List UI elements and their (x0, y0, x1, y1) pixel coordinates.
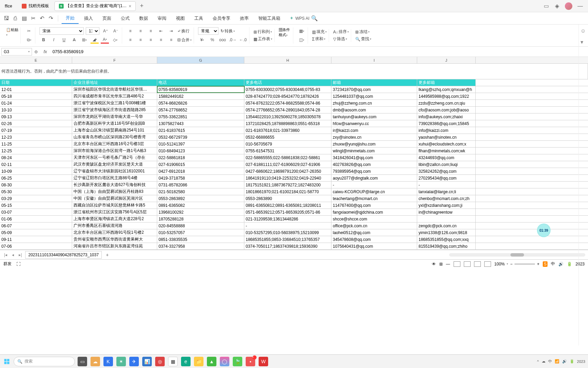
cell[interactable]: 0755-33622851 (157, 113, 244, 120)
scissors-icon[interactable]: ✂ (25, 27, 33, 35)
cell[interactable]: dmb@aosom.com (331, 107, 417, 113)
table-row[interactable]: 09-13深圳市龙岗区平湖街道华南大道一号华0755-3362285113544… (0, 113, 588, 120)
cell[interactable]: 05-30 (0, 188, 72, 195)
filter-button[interactable]: ▽ 筛选▾ (333, 36, 347, 42)
table-row[interactable]: 03-07浙江省杭州市滨江区滨安路756号A区5层139681002920571… (0, 209, 588, 216)
italic-icon[interactable]: I (50, 36, 58, 44)
table-row[interactable]: 05-18四川省成都市青羊区光华东三路486号215882449162028-8… (0, 93, 588, 100)
print-icon[interactable]: ⎙ (12, 15, 19, 22)
fill-button[interactable]: ▥ 填充▾ (312, 29, 327, 35)
tray-wifi-icon[interactable]: 📶 (555, 359, 559, 364)
cell[interactable]: 中国（上海）自由贸易试验区丹桂路83 (72, 188, 157, 195)
strike-icon[interactable]: A̶ (70, 36, 78, 44)
table-row[interactable]: 08-24天津市河东区一号桥毛条厂路2号（存在022-58861818022-5… (0, 154, 588, 161)
cell[interactable]: fangxiaomei@qjdchina.com (331, 209, 417, 215)
header-date[interactable]: 日期 (0, 79, 72, 86)
cell[interactable]: 武汉市黄陂区盘龙经济开发区楚天大道 (72, 161, 157, 168)
note-cell[interactable]: 何违法违规行为。否则，由此产生的一切后果由您自行承担。 (0, 64, 588, 79)
menu-page[interactable]: 页面 (98, 13, 115, 24)
cell[interactable]: libin@zallcn.com;liuqi (417, 161, 476, 168)
spreadsheet-grid[interactable]: E F G H I J 何违法违规行为。否则，由此产生的一切后果由您自行承担。 … (0, 57, 588, 250)
cell[interactable]: ir@kaizzi.com (331, 127, 417, 134)
cell[interactable]: 07-06 (0, 243, 72, 249)
cell[interactable]: 021-61837618;021-33973860 (244, 127, 331, 134)
cell[interactable]: 四川省成都市青羊区光华东三路486号2 (72, 93, 157, 99)
sheet-prev-icon[interactable]: ◂ (11, 252, 15, 257)
cell[interactable]: yimin1338@126.com;9818 (417, 229, 476, 236)
grid-icon[interactable]: ⊞ (439, 262, 443, 266)
border-icon[interactable]: ⊞▾ (80, 36, 88, 44)
table-row[interactable]: 03-29中国（安徽）自由贸易试验区芜湖片区0553-28638920553-2… (0, 195, 588, 202)
font-color-icon[interactable]: A▾ (101, 36, 109, 44)
table-row[interactable]: 10-09辽宁省盘锦市大洼镇新园社区161020010427-691201804… (0, 168, 588, 175)
cell[interactable]: aoyu2077@dingtalk.com (331, 175, 417, 181)
eye-icon[interactable]: 👁 (432, 262, 436, 266)
app-chart-icon[interactable]: 📊 (142, 357, 152, 366)
cell[interactable]: 0574-86826826 (157, 100, 244, 106)
cell[interactable]: 11-25 (0, 141, 72, 147)
app-doc-icon[interactable]: ▪• (246, 357, 255, 366)
view-page-icon[interactable] (464, 261, 471, 267)
table-row[interactable]: 06-07广州市番禺区石基镇清河路020-84558888-office@pck… (0, 223, 588, 229)
app-wechat-icon[interactable]: ✶ (116, 357, 126, 366)
cell[interactable]: 06-25 (0, 175, 72, 181)
menu-formula[interactable]: 公式 (117, 13, 134, 24)
tray-battery-icon[interactable]: 🔋 (570, 359, 574, 364)
cell[interactable]: 0532-66729739 (157, 134, 244, 140)
inc-decimal-icon[interactable]: .0→ (229, 36, 237, 44)
cell[interactable]: 01-06 (0, 216, 72, 222)
app-green-icon[interactable]: ▲ (207, 357, 216, 366)
cell[interactable]: info@aukeys.com;zhaixi (417, 113, 476, 120)
align-left-icon[interactable]: ≡ (126, 36, 134, 44)
table-row[interactable]: 12-01深圳市福田区华强北街道华航社区华强…0755-83580919✛075… (0, 86, 588, 93)
cell[interactable]: tanxialai@ilarge.cn;li (417, 188, 476, 195)
cell[interactable]: 0553-2863890 (244, 195, 331, 202)
header-more-email[interactable]: 更多邮箱 (417, 79, 476, 86)
menu-view[interactable]: 视图 (172, 13, 189, 24)
start-button[interactable] (3, 357, 11, 366)
table-row[interactable]: 06-25辽宁省辽阳市白塔区民主路86号4楼0419-3718758186419… (0, 175, 588, 182)
close-icon[interactable]: × (129, 3, 131, 9)
cell[interactable]: 0574-27768652 (157, 107, 244, 113)
cell[interactable]: in@chinagreentow (417, 209, 476, 215)
cell[interactable]: 09-11 (0, 236, 72, 243)
sum-button[interactable]: Σ 求和▾ (312, 36, 325, 42)
cell[interactable]: 03-07 (0, 209, 72, 215)
cell[interactable]: 027-61906015 (157, 161, 244, 168)
number-format-select[interactable]: 常规 (198, 27, 218, 35)
cell[interactable]: 辽宁省辽阳市白塔区民主路86号4楼 (72, 175, 157, 181)
minimize-icon[interactable]: — (577, 3, 583, 9)
header-email[interactable]: 邮箱 (331, 79, 417, 86)
cell[interactable]: tanhuiyun@aukeys.com (331, 113, 417, 120)
col-header-i[interactable]: I (331, 57, 417, 63)
percent-icon[interactable]: % (208, 36, 216, 44)
dash-icon[interactable]: — (446, 262, 450, 266)
wps-ai-button[interactable]: WPS AI (289, 16, 309, 21)
cell[interactable]: - (331, 182, 417, 188)
cond-format-button[interactable]: ▦条件格式▾ (279, 27, 291, 44)
app-k-icon[interactable]: K (103, 357, 113, 366)
align-bot-icon[interactable]: ≡ (147, 27, 155, 35)
col-header-e[interactable]: E (0, 57, 72, 63)
app-leaf-icon[interactable]: 🍃 (233, 357, 242, 366)
header-phone[interactable]: 电话 (157, 79, 244, 86)
cell-style-icon[interactable]: ◫▾ (297, 36, 306, 44)
table-row[interactable]: 05-30中国（上海）自由贸易试验区丹桂路83021-5018258018018… (0, 188, 588, 195)
sheet-first-icon[interactable]: |◂ (3, 252, 9, 257)
cell[interactable]: 027-61881111;027-61906029;027-61906 (244, 161, 331, 168)
cell[interactable]: 01-24 (0, 100, 72, 106)
cell[interactable]: chenbo@mcmart.com.cn;zh (417, 195, 476, 202)
cell[interactable]: 05-09 (0, 229, 72, 236)
tray-lang-icon[interactable]: 中 (548, 359, 552, 364)
weather-icon[interactable]: ☁ (91, 357, 100, 366)
cell[interactable]: 0427-6912018 (157, 168, 244, 174)
menu-efficiency[interactable]: 效率 (236, 13, 253, 24)
cell[interactable]: 010-53257295;010-56038975;15210099 (244, 229, 331, 236)
cell[interactable]: 12-23 (0, 134, 72, 140)
cell[interactable]: 西藏自治区拉萨市城关区慈觉林林卡路5 (72, 202, 157, 209)
sheet-next-icon[interactable]: ▸| (17, 252, 23, 257)
cell[interactable]: 18685351855@qq.com;xxq (417, 236, 476, 243)
align-top-icon[interactable]: ≡ (126, 27, 134, 35)
cell[interactable]: 长沙高新开发区麓谷大道627号海创科技 (72, 182, 157, 188)
cell[interactable]: 06-07 (0, 223, 72, 229)
